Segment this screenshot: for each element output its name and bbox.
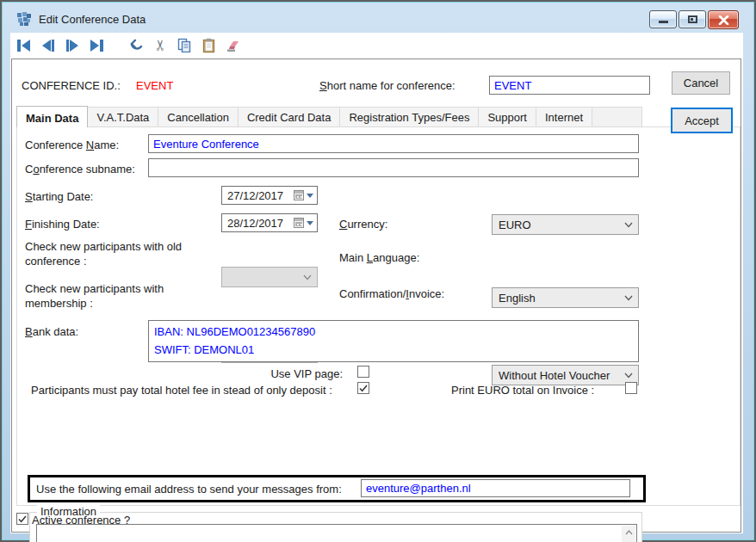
window-frame: Edit Conference Data — [0, 0, 756, 542]
starting-date-picker[interactable]: 27/12/2017 — [221, 186, 318, 205]
tab-support[interactable]: Support — [479, 108, 536, 126]
chevron-down-icon — [624, 222, 633, 228]
email-from-input[interactable] — [361, 479, 630, 497]
main-language-select[interactable]: English — [492, 287, 639, 308]
finishing-date-picker[interactable]: 28/12/2017 — [221, 213, 318, 232]
accept-button[interactable]: Accept — [671, 108, 733, 133]
information-scrollbar[interactable] — [622, 526, 635, 542]
conference-subname-input[interactable] — [148, 158, 639, 177]
main-language-value: English — [499, 292, 536, 305]
close-button[interactable] — [708, 10, 739, 29]
cut-icon: ✂ — [153, 39, 168, 51]
content-panel: CONFERENCE ID.: EVENT Short name for con… — [11, 59, 741, 533]
tab-strip: Main Data V.A.T.Data Cancellation Credit… — [16, 107, 642, 127]
copy-button[interactable] — [174, 36, 195, 55]
active-conference-label: Active conference ? — [32, 514, 130, 527]
conference-id-label: CONFERENCE ID.: — [22, 79, 121, 92]
finishing-date-value: 28/12/2017 — [227, 217, 294, 230]
tab-credit-card-data[interactable]: Credit Card Data — [239, 108, 341, 126]
confirmation-invoice-value: Without Hotel Voucher — [499, 369, 610, 382]
app-icon — [15, 10, 33, 28]
next-record-button[interactable] — [62, 36, 83, 55]
dropdown-arrow-icon — [307, 221, 313, 225]
paste-button[interactable] — [198, 36, 219, 55]
print-euro-total-checkbox[interactable] — [625, 382, 637, 394]
tab-cancellation[interactable]: Cancellation — [158, 108, 239, 126]
conference-id-value: EVENT — [136, 79, 173, 92]
chevron-down-icon — [624, 295, 633, 301]
chevron-down-icon — [624, 373, 633, 379]
short-name-input[interactable] — [489, 76, 650, 95]
window-title: Edit Conference Data — [39, 13, 146, 26]
last-record-button[interactable] — [86, 36, 107, 55]
previous-record-button[interactable] — [38, 36, 59, 55]
check-old-conference-select[interactable] — [221, 267, 318, 287]
currency-select[interactable]: EURO — [492, 214, 639, 235]
first-record-icon — [16, 39, 32, 52]
short-name-label: Short name for conference: — [319, 79, 455, 92]
tab-internet[interactable]: Internet — [536, 108, 592, 126]
minimize-icon — [659, 21, 668, 23]
close-icon — [718, 15, 729, 25]
check-icon — [18, 515, 27, 523]
copy-icon — [177, 38, 191, 52]
maximize-button[interactable] — [679, 10, 706, 28]
cancel-button[interactable]: Cancel — [672, 71, 730, 95]
last-record-icon — [89, 39, 104, 52]
check-old-conference-label: Check new participants with old conferen… — [25, 239, 210, 268]
calendar-icon — [294, 218, 304, 228]
starting-date-value: 27/12/2017 — [227, 189, 294, 202]
undo-icon — [128, 39, 144, 52]
starting-date-label: Starting Date: — [25, 190, 94, 203]
paste-icon — [202, 38, 215, 53]
confirmation-invoice-label: Confirmation/Invoice: — [339, 287, 444, 300]
finishing-date-label: Finishing Date: — [25, 218, 100, 231]
check-icon — [359, 385, 368, 392]
first-record-button[interactable] — [14, 36, 34, 55]
chevron-down-icon — [303, 274, 312, 280]
print-euro-total-label: Print EURO total on Invoice : — [451, 384, 594, 397]
cut-button[interactable]: ✂ — [150, 36, 170, 55]
calendar-icon — [294, 190, 304, 200]
client-area: ✂ — [10, 33, 743, 533]
dropdown-arrow-icon — [307, 194, 313, 198]
pay-total-hotel-fee-checkbox[interactable] — [357, 382, 369, 394]
tab-main-data[interactable]: Main Data — [16, 106, 88, 127]
previous-record-icon — [41, 39, 55, 52]
tab-vat-data[interactable]: V.A.T.Data — [88, 108, 158, 126]
email-from-label: Use the following email address to send … — [36, 483, 342, 496]
conference-name-label: Conference Name: — [25, 139, 119, 151]
conference-name-input[interactable] — [148, 134, 639, 153]
confirmation-invoice-select[interactable]: Without Hotel Voucher — [492, 365, 639, 385]
currency-value: EURO — [499, 219, 531, 231]
toolbar: ✂ — [10, 33, 743, 58]
tab-registration-types-fees[interactable]: Registration Types/Fees — [340, 108, 479, 126]
bank-data-input[interactable]: IBAN: NL96DEMO01234567890 SWIFT: DEMONL0… — [148, 320, 639, 362]
active-conference-checkbox[interactable] — [16, 513, 28, 525]
titlebar: Edit Conference Data — [5, 5, 751, 33]
undo-button[interactable] — [126, 36, 146, 55]
check-membership-label: Check new participants with membership : — [25, 281, 210, 311]
email-from-row: Use the following email address to send … — [28, 475, 646, 502]
use-vip-page-label: Use VIP page: — [253, 367, 343, 380]
use-vip-page-checkbox[interactable] — [357, 366, 369, 378]
bank-data-label: Bank data: — [25, 325, 78, 338]
scroll-up-icon[interactable] — [622, 526, 635, 539]
main-language-label: Main Language: — [339, 251, 419, 264]
maximize-icon — [688, 15, 697, 23]
next-record-icon — [65, 39, 79, 52]
eraser-button[interactable] — [222, 36, 243, 55]
information-textarea[interactable] — [36, 524, 637, 542]
conference-subname-label: Conference subname: — [25, 163, 135, 176]
main-data-tab-page: Conference Name: Conference subname: Sta… — [16, 126, 741, 506]
eraser-icon — [226, 39, 240, 52]
pay-total-hotel-fee-label: Participants must pay total hotel fee in… — [31, 384, 332, 397]
minimize-button[interactable] — [649, 10, 677, 28]
currency-label: Currency: — [339, 218, 387, 231]
